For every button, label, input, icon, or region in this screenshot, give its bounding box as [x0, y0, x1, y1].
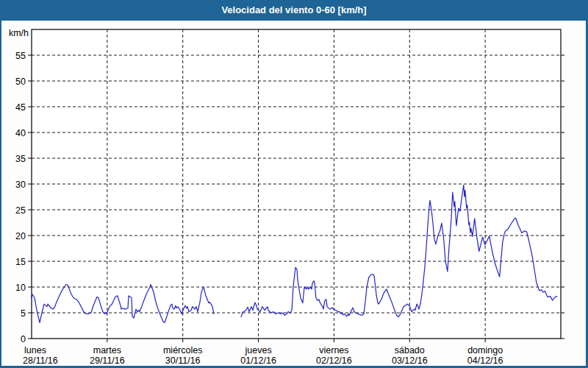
- svg-text:20: 20: [15, 231, 26, 241]
- svg-text:55: 55: [15, 51, 26, 61]
- wind-speed-chart: 0510152025303540455055km/hlunes28/11/16m…: [1, 0, 588, 368]
- svg-text:28/11/16: 28/11/16: [23, 355, 58, 366]
- svg-text:45: 45: [15, 102, 26, 113]
- svg-text:40: 40: [15, 128, 26, 138]
- svg-text:30/11/16: 30/11/16: [165, 355, 201, 366]
- app-window: 0510152025303540455055km/hlunes28/11/16m…: [0, 0, 588, 368]
- svg-text:35: 35: [15, 154, 26, 164]
- svg-text:15: 15: [15, 257, 26, 267]
- svg-text:10: 10: [15, 283, 26, 293]
- svg-text:jueves: jueves: [245, 345, 272, 355]
- svg-text:miércoles: miércoles: [163, 345, 203, 355]
- svg-text:viernes: viernes: [319, 345, 348, 355]
- y-axis-labels: 0510152025303540455055: [15, 51, 26, 344]
- svg-text:02/12/16: 02/12/16: [316, 355, 352, 366]
- window-title-bar: Velocidad del viento 0-60 [km/h]: [0, 0, 588, 21]
- svg-text:29/11/16: 29/11/16: [90, 355, 125, 366]
- svg-text:04/12/16: 04/12/16: [467, 355, 503, 366]
- svg-text:01/12/16: 01/12/16: [240, 355, 276, 366]
- svg-text:50: 50: [15, 77, 26, 87]
- svg-text:5: 5: [21, 308, 26, 319]
- y-axis-unit-label: km/h: [9, 28, 29, 38]
- chart-title: Velocidad del viento 0-60 [km/h]: [0, 0, 588, 20]
- svg-text:03/12/16: 03/12/16: [392, 355, 428, 366]
- svg-text:25: 25: [15, 205, 26, 216]
- svg-text:sábado: sábado: [395, 345, 425, 355]
- x-axis-labels: lunes28/11/16martes29/11/16miércoles30/1…: [23, 345, 503, 366]
- svg-text:0: 0: [21, 334, 26, 344]
- svg-text:lunes: lunes: [24, 345, 46, 355]
- svg-text:30: 30: [15, 180, 26, 190]
- svg-text:domingo: domingo: [467, 345, 503, 355]
- svg-text:martes: martes: [93, 345, 121, 355]
